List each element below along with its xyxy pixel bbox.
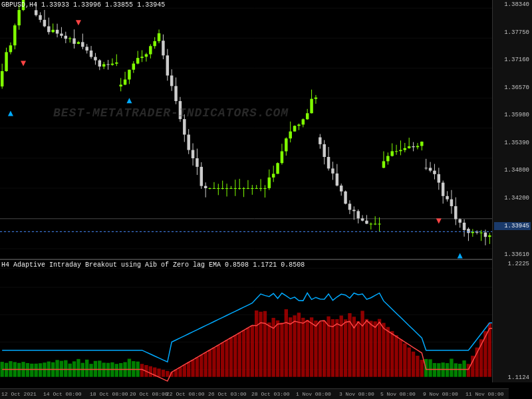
price-level-9: 1.33610 — [494, 251, 531, 258]
time-label-7: 28 Oct 03:00 — [251, 391, 290, 397]
ind-tf: H4 — [1, 261, 9, 269]
time-label-2: 14 Oct 08:00 — [43, 391, 82, 397]
price-level-7: 1.34800 — [494, 167, 531, 174]
price-current: 1.33945 — [494, 222, 531, 230]
time-label-11: 9 Nov 08:00 — [423, 391, 458, 397]
open-value: 1.33933 — [41, 1, 69, 9]
chart-header: GBPUSD,H4 1.33933 1.33996 1.33855 1.3394… — [1, 1, 165, 9]
high-value: 1.33996 — [73, 1, 101, 9]
time-label-1: 12 Oct 2021 — [1, 391, 37, 397]
time-label-6: 26 Oct 03:00 — [208, 391, 247, 397]
symbol-label: GBPUSD,H4 — [1, 1, 37, 9]
indicator-header: H4 Adaptive Intraday Breakout using Aib … — [1, 261, 305, 269]
time-label-10: 5 Nov 08:00 — [380, 391, 416, 397]
ind-level-low: 1.1124 — [494, 374, 531, 381]
ind-v2-val: 1.1721 — [253, 261, 277, 269]
main-chart — [0, 0, 509, 259]
ind-name: Adaptive Intraday Breakout using Aib of … — [13, 261, 225, 269]
price-level-4: 1.36570 — [494, 84, 531, 91]
time-label-3: 18 Oct 08:00 — [90, 391, 128, 397]
indicator-panel — [0, 259, 509, 382]
price-level-6: 1.35390 — [494, 140, 531, 146]
time-axis: 12 Oct 2021 14 Oct 08:00 18 Oct 08:00 20… — [0, 388, 509, 399]
price-level-2: 1.37750 — [494, 29, 531, 36]
watermark: BEST-METATRADER-INDICATORS.COM — [53, 106, 289, 120]
price-level-8: 1.34200 — [494, 195, 531, 201]
time-label-12: 11 Nov 08:00 — [466, 391, 504, 397]
price-level-3: 1.37160 — [494, 57, 531, 63]
price-axis: 1.38340 1.37750 1.37160 1.36570 1.35980 … — [492, 0, 532, 259]
price-level-1: 1.38340 — [494, 1, 531, 8]
ind-v3-val: 0.8508 — [281, 261, 305, 269]
chart-container: 1.38340 1.37750 1.37160 1.36570 1.35980 … — [0, 0, 532, 399]
time-label-4: 20 Oct 08:00 — [130, 391, 168, 397]
price-level-5: 1.35980 — [494, 112, 531, 118]
time-label-5: 22 Oct 08:00 — [166, 391, 205, 397]
indicator-axis: 1.2225 1.1124 — [492, 259, 532, 382]
ind-level-high: 1.2225 — [494, 261, 531, 267]
ind-v1: 0.8508 — [225, 261, 249, 269]
time-label-8: 1 Nov 08:00 — [296, 391, 331, 397]
close-value: 1.33945 — [137, 1, 165, 9]
time-label-9: 3 Nov 08:00 — [339, 391, 374, 397]
low-value: 1.33855 — [105, 1, 133, 9]
